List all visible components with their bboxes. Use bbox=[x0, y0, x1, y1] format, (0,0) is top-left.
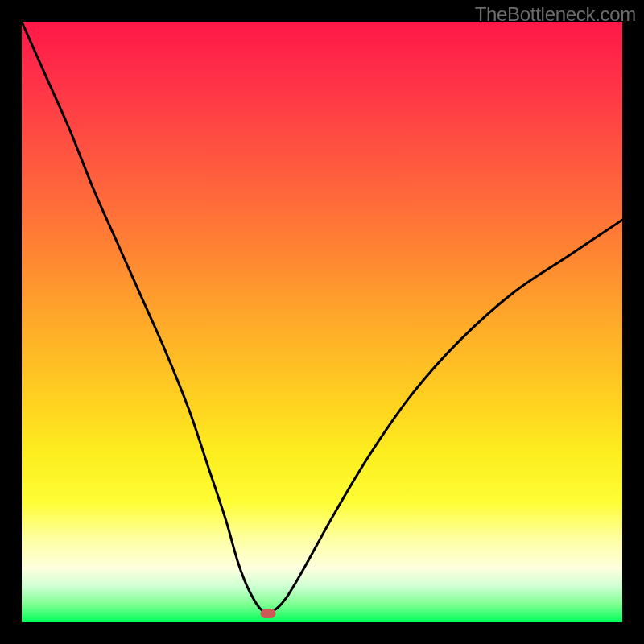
chart-plot-area bbox=[22, 22, 622, 622]
bottleneck-curve bbox=[22, 22, 622, 622]
optimal-marker bbox=[260, 609, 275, 618]
watermark-text: TheBottleneck.com bbox=[475, 3, 636, 26]
